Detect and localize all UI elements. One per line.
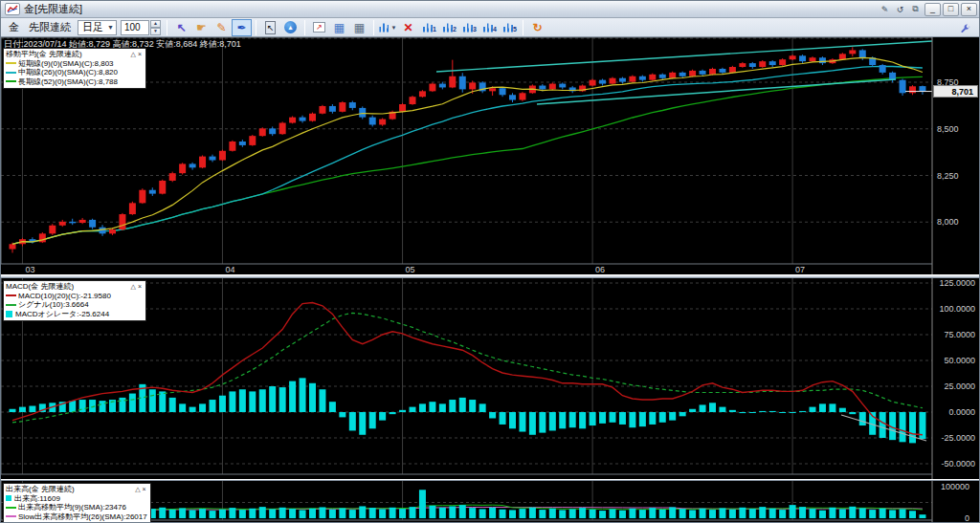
pan-tool-button[interactable]: ☛	[191, 19, 212, 36]
title-bar[interactable]: 金[先限連続] ✎ ↺ ⧉ _ □ ×	[1, 1, 980, 18]
indicator-slot-5-button[interactable]: 5	[499, 19, 519, 36]
last-price-tag: 8,701	[933, 85, 978, 98]
legend-row-sma-mid: 中期線(26)(0)(SMA)(C):8,820	[6, 68, 143, 77]
select-arrow-icon: ↖	[265, 21, 277, 34]
volume-legend: 出来高(金 先限連続) △ × 出来高:11609 出来高移動平均(9)(SMA…	[3, 483, 151, 523]
pencil-icon: ✎	[216, 22, 226, 33]
svg-text:07: 07	[795, 265, 805, 274]
legend-minimize-icon[interactable]: △	[130, 282, 137, 292]
legend-close-icon[interactable]: ×	[142, 485, 147, 494]
legend-row-signal: シグナル(10):3.6664	[6, 300, 143, 310]
app-chart-icon	[5, 3, 20, 15]
grid-settings-button[interactable]: ▦	[329, 19, 349, 36]
macd-panel: 125.0000100.000075.000050.000025.00000.0…	[1, 278, 980, 479]
svg-text:8,000: 8,000	[937, 217, 959, 227]
svg-text:8,250: 8,250	[937, 171, 959, 181]
wrench-icon	[960, 24, 970, 34]
trendline-tool-button[interactable]: ✒	[232, 19, 252, 36]
legend-close-icon[interactable]: ×	[137, 282, 143, 292]
grid-dense-button[interactable]: ▦	[349, 19, 369, 36]
legend-minimize-icon[interactable]: △	[130, 50, 137, 59]
duplicate-window-icon[interactable]: ⧉	[908, 3, 923, 15]
svg-text:25.0000: 25.0000	[944, 381, 975, 391]
main-chart-canvas[interactable]: 03040506078,7508,5008,2508,000	[1, 37, 980, 274]
svg-text:03: 03	[25, 265, 34, 274]
svg-text:100.0000: 100.0000	[939, 304, 975, 314]
settings-button[interactable]	[955, 20, 975, 37]
table-icon: ▦	[334, 22, 345, 33]
step-down-icon[interactable]: ▼	[150, 28, 161, 35]
svg-text:75.0000: 75.0000	[944, 330, 975, 339]
indicator-slot-1-button[interactable]: 1	[418, 19, 438, 36]
window-title: 金[先限連続]	[24, 2, 82, 16]
legend-row-sma-long: 長期線(52)(0)(SMA)(C):8,788	[6, 77, 143, 87]
legend-row-volume: 出来高:11609	[6, 494, 147, 504]
svg-text:04: 04	[225, 265, 234, 274]
ma-legend: 移動平均(金 先限連続) △ × 短期線(9)(0)(SMA)(C):8,803…	[3, 48, 146, 89]
svg-text:05: 05	[406, 265, 415, 274]
ma-legend-title: 移動平均(金 先限連続)	[6, 50, 130, 59]
refresh-icon: ↻	[532, 22, 542, 33]
svg-text:125.0000: 125.0000	[939, 278, 975, 288]
histogram-icon	[379, 23, 390, 33]
step-up-icon[interactable]: ▲	[150, 20, 161, 28]
indicator-slot-3-button[interactable]: 3	[458, 19, 479, 36]
volume-panel: 1000000 出来高(金 先限連続) △ × 出来高:11609 出来高移動平…	[1, 481, 980, 523]
svg-text:0: 0	[965, 513, 969, 523]
cursor-tool-button[interactable]: ↖	[171, 19, 191, 36]
refresh-button[interactable]: ↻	[527, 19, 547, 36]
scroll-latest-button[interactable]: ▲	[280, 19, 301, 36]
contract-label: 先限連続	[29, 20, 71, 34]
indicator-slot-4-button[interactable]: 4	[479, 19, 499, 36]
legend-minimize-icon[interactable]: △	[134, 485, 141, 494]
bar-count-input[interactable]: 100	[121, 20, 149, 35]
close-button[interactable]: ×	[961, 3, 977, 16]
main-chart-panel: 03040506078,7508,5008,2508,000 日付:2023/0…	[1, 37, 980, 274]
maximize-button[interactable]: □	[943, 3, 959, 16]
indicator-slot-2-button[interactable]: 2	[438, 19, 458, 36]
circle-up-icon: ▲	[284, 21, 297, 33]
legend-row-sma-short: 短期線(9)(0)(SMA)(C):8,803	[6, 59, 143, 69]
minimize-button[interactable]: _	[924, 3, 941, 16]
macd-chart-canvas[interactable]: 125.0000100.000075.000050.000025.00000.0…	[1, 278, 980, 479]
macd-legend-title: MACD(金 先限連続)	[6, 282, 130, 292]
pencil-tool-button[interactable]: ✎	[212, 19, 232, 36]
toolbar: 金 先限連続 日足▼ 100 ▲▼ ↖ ☛ ✎ ✒ ↖ ▲ ↗ ▦ ▦ ▼ ✕ …	[1, 18, 980, 37]
table-dense-icon: ▦	[354, 22, 365, 33]
volume-legend-title: 出来高(金 先限連続)	[6, 485, 134, 494]
svg-text:8,500: 8,500	[937, 124, 959, 134]
chart-window: 金[先限連続] ✎ ↺ ⧉ _ □ × 金 先限連続 日足▼ 100 ▲▼ ↖ …	[0, 0, 980, 523]
new-chart-button[interactable]: ↗	[309, 19, 329, 36]
reload-icon[interactable]: ↺	[893, 3, 907, 15]
svg-text:-25.0000: -25.0000	[941, 433, 975, 443]
svg-text:-50.0000: -50.0000	[941, 459, 975, 469]
red-x-icon: ✕	[403, 22, 412, 33]
legend-row-osc: MACDオシレータ:-25.6244	[6, 310, 143, 319]
chevron-down-icon: ▼	[107, 24, 114, 31]
indicator-menu-button[interactable]: ▼	[378, 19, 398, 36]
cursor-icon: ↖	[176, 22, 186, 33]
legend-row-macd: MACD(10)(20)(C):-21.9580	[6, 292, 143, 301]
svg-text:06: 06	[595, 265, 605, 274]
hand-icon: ☛	[196, 22, 207, 33]
select-region-button[interactable]: ↖	[260, 19, 280, 36]
chart-frame-icon: ↗	[313, 22, 325, 33]
pin-icon[interactable]: ✎	[878, 3, 892, 15]
pen-nib-icon: ✒	[236, 22, 246, 33]
svg-text:50.0000: 50.0000	[944, 356, 975, 365]
symbol-label: 金	[9, 20, 19, 34]
macd-legend: MACD(金 先限連続) △ × MACD(10)(20)(C):-21.958…	[3, 280, 146, 321]
legend-close-icon[interactable]: ×	[137, 50, 143, 59]
remove-indicator-button[interactable]: ✕	[398, 19, 418, 36]
timeframe-select[interactable]: 日足▼	[78, 20, 117, 35]
svg-text:0.0000: 0.0000	[948, 407, 975, 417]
legend-row-vol-slow-ma: Slow出来高移動平均(26)(SMA):26017	[6, 512, 147, 522]
legend-row-vol-ma: 出来高移動平均(9)(SMA):23476	[6, 503, 147, 512]
svg-text:100000: 100000	[941, 482, 969, 491]
bar-count-stepper[interactable]: 100 ▲▼	[121, 20, 161, 35]
